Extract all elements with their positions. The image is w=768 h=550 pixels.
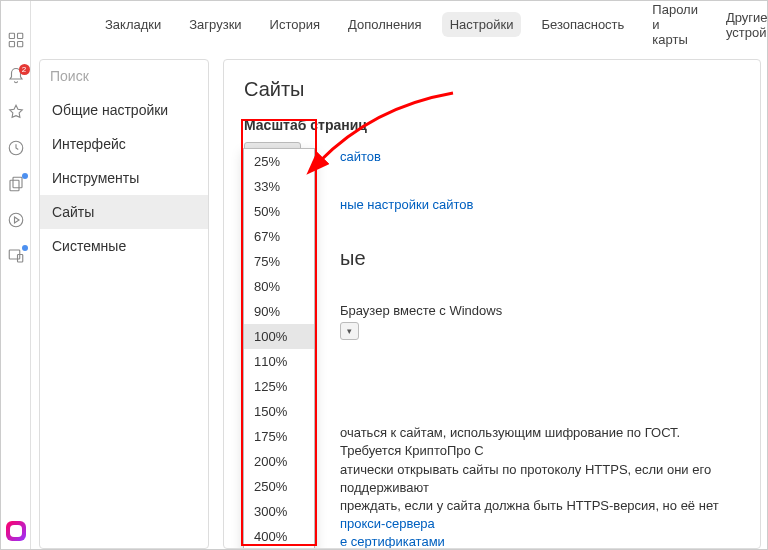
files-icon[interactable] [7, 175, 25, 193]
settings-sidebar: Поиск Общие настройки Интерфейс Инструме… [39, 59, 209, 549]
launch-with-windows-label: Браузер вместе с Windows [340, 303, 502, 318]
tab-history[interactable]: История [262, 12, 328, 37]
tab-security[interactable]: Безопасность [533, 12, 632, 37]
certificates-link[interactable]: е сертификатами [340, 534, 445, 549]
sidebar-item-general[interactable]: Общие настройки [40, 93, 208, 127]
tab-addons[interactable]: Дополнения [340, 12, 430, 37]
main-right-column: сайтов ные настройки сайтов ые Браузер в… [340, 148, 744, 549]
svg-rect-5 [10, 180, 19, 191]
tab-passwords[interactable]: Пароли и карты [644, 0, 706, 52]
sidebar-item-tools[interactable]: Инструменты [40, 161, 208, 195]
zoom-option[interactable]: 75% [244, 249, 314, 274]
text-line: атически открывать сайты по протоколу HT… [340, 461, 744, 497]
svg-rect-1 [17, 33, 22, 38]
proxy-link[interactable]: прокси-сервера [340, 516, 435, 531]
zoom-heading: Масштаб страниц [244, 117, 740, 133]
blue-dot-icon [22, 245, 28, 251]
tab-settings[interactable]: Настройки [442, 12, 522, 37]
sites-link[interactable]: сайтов [340, 149, 381, 164]
tab-downloads[interactable]: Загрузки [181, 12, 249, 37]
browser-logo-icon[interactable] [6, 521, 26, 541]
sidebar-item-interface[interactable]: Интерфейс [40, 127, 208, 161]
svg-rect-2 [9, 42, 14, 47]
svg-rect-6 [13, 177, 22, 188]
content-wrap: Поиск Общие настройки Интерфейс Инструме… [39, 59, 761, 549]
svg-point-7 [9, 213, 23, 227]
devices-icon[interactable] [7, 247, 25, 265]
search-input[interactable]: Поиск [40, 60, 208, 93]
top-nav: Закладки Загрузки История Дополнения Нас… [39, 1, 767, 49]
star-icon[interactable] [7, 103, 25, 121]
zoom-option[interactable]: 125% [244, 374, 314, 399]
zoom-option[interactable]: 200% [244, 449, 314, 474]
zoom-option[interactable]: 300% [244, 499, 314, 524]
text-line: очаться к сайтам, использующим шифровани… [340, 424, 744, 460]
badge: 2 [19, 64, 30, 75]
zoom-dropdown[interactable]: 25% 33% 50% 67% 75% 80% 90% 100% 110% 12… [243, 148, 315, 549]
bell-icon[interactable]: 2 [7, 67, 25, 85]
zoom-option[interactable]: 110% [244, 349, 314, 374]
page-title: Сайты [244, 78, 740, 101]
advanced-sites-link[interactable]: ные настройки сайтов [340, 197, 473, 212]
chevron-down-icon: ▾ [347, 325, 352, 338]
tab-bookmarks[interactable]: Закладки [97, 12, 169, 37]
left-rail: 2 [1, 1, 31, 549]
zoom-option[interactable]: 150% [244, 399, 314, 424]
zoom-option[interactable]: 67% [244, 224, 314, 249]
apps-grid-icon[interactable] [7, 31, 25, 49]
blue-dot-icon [22, 173, 28, 179]
clock-icon[interactable] [7, 139, 25, 157]
zoom-option-selected[interactable]: 100% [244, 324, 314, 349]
tab-devices[interactable]: Другие устройства [718, 5, 768, 45]
section-heading-partial: ые [340, 244, 744, 272]
play-icon[interactable] [7, 211, 25, 229]
zoom-option[interactable]: 175% [244, 424, 314, 449]
zoom-option[interactable]: 25% [244, 149, 314, 174]
svg-rect-3 [17, 42, 22, 47]
zoom-option[interactable]: 50% [244, 199, 314, 224]
zoom-option[interactable]: 90% [244, 299, 314, 324]
launch-select[interactable]: ▾ [340, 322, 359, 341]
sidebar-item-system[interactable]: Системные [40, 229, 208, 263]
sidebar-item-sites[interactable]: Сайты [40, 195, 208, 229]
zoom-option[interactable]: 250% [244, 474, 314, 499]
zoom-option[interactable]: 80% [244, 274, 314, 299]
zoom-option[interactable]: 400% [244, 524, 314, 549]
zoom-option[interactable]: 33% [244, 174, 314, 199]
text-line: преждать, если у сайта должна быть HTTPS… [340, 497, 744, 515]
svg-rect-0 [9, 33, 14, 38]
main-panel: Сайты Масштаб страниц 100% ▾ 25% 33% 50%… [223, 59, 761, 549]
